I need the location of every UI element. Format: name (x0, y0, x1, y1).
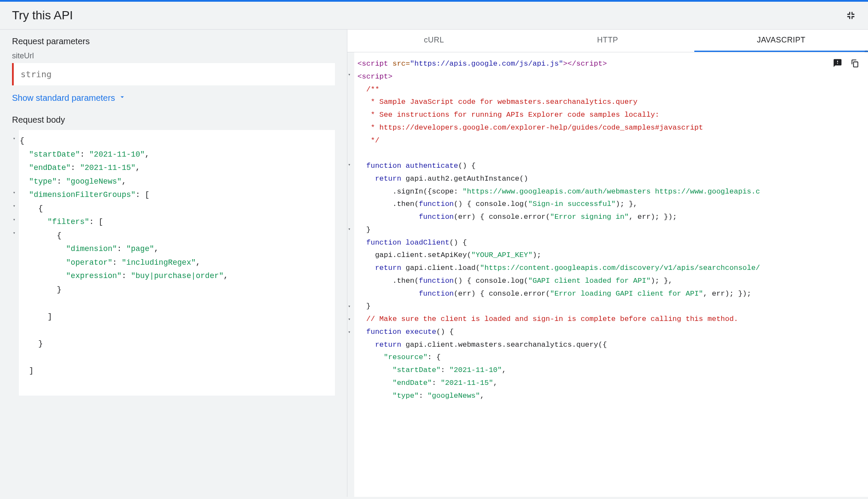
request-panel: Request parameters siteUrl Show standard… (0, 30, 347, 497)
code-viewer[interactable]: ▾ ▾ ▾ ▾ ▾ ▾ <script src="https://apis.go… (347, 52, 868, 497)
tab-http[interactable]: HTTP (521, 30, 694, 52)
request-body-editor[interactable]: ▾ ▾ ▾ ▾ ▾ { "startDate": "2021-11-10", "… (12, 130, 335, 396)
svg-rect-0 (853, 62, 858, 67)
json-gutter: ▾ ▾ ▾ ▾ ▾ (12, 130, 19, 396)
api-explorer-panel: Try this API Request parameters siteUrl … (0, 2, 868, 497)
request-body-heading: Request body (12, 115, 335, 125)
copy-icon[interactable] (849, 57, 860, 69)
header: Try this API (0, 2, 868, 30)
collapse-icon[interactable] (846, 10, 856, 21)
code-tabs: cURL HTTP JAVASCRIPT (347, 30, 868, 52)
show-standard-parameters-link[interactable]: Show standard parameters (12, 93, 335, 103)
chevron-down-icon (118, 93, 126, 103)
page-title: Try this API (12, 9, 73, 22)
tab-javascript[interactable]: JAVASCRIPT (694, 30, 868, 52)
param-siteurl-label: siteUrl (12, 51, 335, 60)
request-parameters-heading: Request parameters (12, 36, 335, 46)
tab-curl[interactable]: cURL (347, 30, 521, 52)
code-gutter: ▾ ▾ ▾ ▾ ▾ ▾ (347, 52, 354, 497)
param-siteurl-input[interactable] (12, 63, 335, 85)
report-icon[interactable] (832, 57, 843, 69)
code-sample-panel: cURL HTTP JAVASCRIPT ▾ ▾ ▾ ▾ ▾ ▾ (347, 30, 868, 497)
